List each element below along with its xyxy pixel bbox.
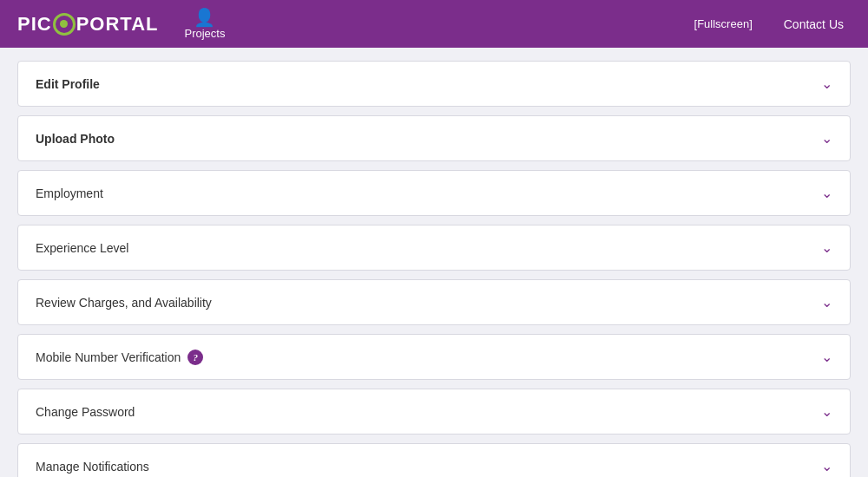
- accordion-header-upload-photo[interactable]: Upload Photo⌄: [18, 116, 850, 160]
- logo-portal-text: PORTAL: [76, 13, 159, 36]
- header-right: [Fullscreen] Contact Us: [687, 14, 851, 35]
- accordion-item-review-charges: Review Charges, and Availability⌄: [17, 279, 851, 325]
- accordion-header-mobile-verification[interactable]: Mobile Number Verification?⌄: [18, 335, 850, 379]
- accordion-title-review-charges: Review Charges, and Availability: [36, 296, 212, 310]
- main-content: Edit Profile⌄Upload Photo⌄Employment⌄Exp…: [0, 48, 868, 477]
- accordion-title-mobile-verification: Mobile Number Verification?: [36, 350, 203, 365]
- fullscreen-button[interactable]: [Fullscreen]: [687, 14, 760, 34]
- logo-pico-text: PIC: [17, 13, 52, 36]
- chevron-icon-employment: ⌄: [821, 185, 832, 201]
- nav-projects-label: Projects: [185, 27, 226, 40]
- accordion-header-change-password[interactable]: Change Password⌄: [18, 389, 850, 434]
- chevron-icon-edit-profile: ⌄: [821, 75, 832, 92]
- chevron-icon-upload-photo: ⌄: [821, 130, 832, 147]
- logo: PIC PORTAL: [17, 13, 159, 36]
- accordion-header-employment[interactable]: Employment⌄: [18, 171, 850, 215]
- chevron-icon-change-password: ⌄: [821, 403, 832, 420]
- main-header: PIC PORTAL 👤 Projects [Fullscreen] Conta…: [0, 0, 868, 48]
- projects-person-icon: 👤: [194, 9, 215, 26]
- accordion-title-manage-notifications: Manage Notifications: [36, 460, 149, 474]
- accordion-header-edit-profile[interactable]: Edit Profile⌄: [18, 62, 850, 106]
- logo-o-icon: [53, 13, 76, 36]
- accordion-item-upload-photo: Upload Photo⌄: [17, 115, 851, 161]
- help-icon-mobile-verification[interactable]: ?: [187, 350, 203, 365]
- accordion-title-edit-profile: Edit Profile: [36, 77, 100, 91]
- accordion-title-experience-level: Experience Level: [36, 241, 128, 255]
- accordion-item-change-password: Change Password⌄: [17, 389, 851, 435]
- accordion-title-upload-photo: Upload Photo: [36, 132, 115, 146]
- accordion-header-manage-notifications[interactable]: Manage Notifications⌄: [18, 444, 850, 477]
- accordion-item-experience-level: Experience Level⌄: [17, 225, 851, 271]
- chevron-icon-manage-notifications: ⌄: [821, 458, 832, 474]
- accordion-header-review-charges[interactable]: Review Charges, and Availability⌄: [18, 280, 850, 324]
- accordion-item-employment: Employment⌄: [17, 170, 851, 216]
- accordion-container: Edit Profile⌄Upload Photo⌄Employment⌄Exp…: [17, 61, 851, 477]
- chevron-icon-review-charges: ⌄: [821, 294, 832, 310]
- accordion-item-mobile-verification: Mobile Number Verification?⌄: [17, 334, 851, 380]
- chevron-icon-experience-level: ⌄: [821, 239, 832, 256]
- accordion-title-change-password: Change Password: [36, 405, 135, 419]
- chevron-icon-mobile-verification: ⌄: [821, 349, 832, 365]
- accordion-item-manage-notifications: Manage Notifications⌄: [17, 443, 851, 477]
- accordion-header-experience-level[interactable]: Experience Level⌄: [18, 225, 850, 270]
- nav-projects[interactable]: 👤 Projects: [185, 9, 226, 40]
- accordion-item-edit-profile: Edit Profile⌄: [17, 61, 851, 107]
- contact-us-button[interactable]: Contact Us: [777, 14, 851, 35]
- accordion-title-employment: Employment: [36, 186, 103, 200]
